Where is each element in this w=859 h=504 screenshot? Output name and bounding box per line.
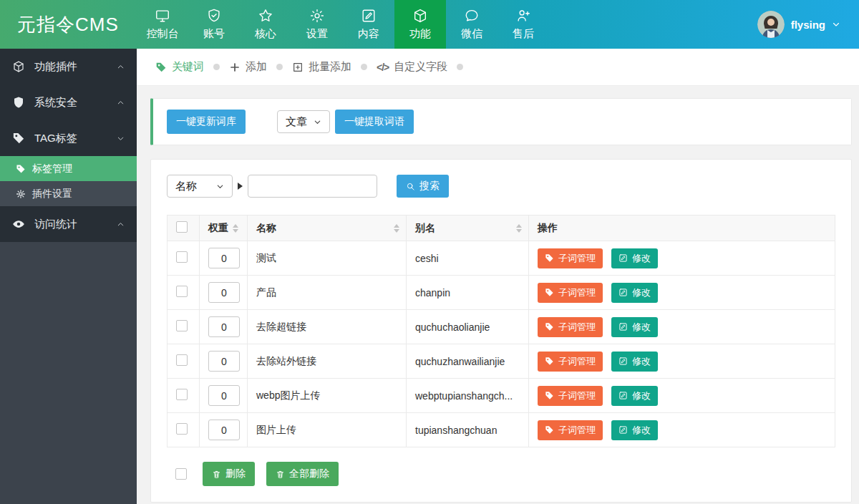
weight-input[interactable] (208, 282, 240, 303)
sort-icon[interactable] (516, 224, 522, 233)
collapse-arrow-icon[interactable] (238, 183, 243, 190)
weight-input[interactable] (208, 316, 240, 337)
tab-batch-add[interactable]: 批量添加 (292, 60, 351, 74)
sidebar-item-tags[interactable]: TAG标签 (0, 120, 137, 156)
table-row: 图片上传 tupianshangchuan 子词管理 (168, 413, 835, 447)
search-button[interactable]: 搜索 (397, 175, 449, 198)
header-label: 名称 (256, 222, 276, 233)
row-alias-cell: quchuzhanwailianjie (407, 344, 529, 379)
sidebar-submenu-tags: 标签管理 插件设置 (0, 156, 137, 206)
header-checkbox-cell (168, 215, 200, 241)
row-checkbox[interactable] (176, 286, 188, 297)
edit-button[interactable]: 修改 (611, 352, 658, 372)
row-weight-cell (200, 379, 248, 413)
sort-icon[interactable] (233, 224, 238, 233)
nav-item-wechat[interactable]: 微信 (446, 0, 498, 49)
delete-all-button[interactable]: 全部删除 (266, 462, 339, 486)
edit-button[interactable]: 修改 (611, 283, 658, 303)
shield-check-icon (206, 8, 222, 24)
sidebar-item-security[interactable]: 系统安全 (0, 84, 137, 120)
edit-button[interactable]: 修改 (611, 420, 658, 440)
keywords-card: 名称 搜索 (150, 159, 852, 503)
header-label: 权重 (208, 222, 228, 235)
row-actions-cell: 子词管理 修改 (529, 241, 835, 276)
update-wordbank-button[interactable]: 一键更新词库 (167, 110, 246, 134)
subword-manage-button[interactable]: 子词管理 (538, 352, 603, 372)
sidebar: 功能插件 系统安全 TAG标签 (0, 49, 137, 504)
tab-add[interactable]: 添加 (229, 60, 267, 74)
chevron-up-icon (117, 99, 125, 107)
row-weight-cell (200, 241, 248, 276)
subword-manage-button[interactable]: 子词管理 (538, 317, 603, 337)
nav-item-settings[interactable]: 设置 (291, 0, 343, 49)
header-label: 别名 (415, 222, 435, 233)
row-checkbox[interactable] (176, 320, 188, 331)
sidebar-subitem-tag-manage[interactable]: 标签管理 (0, 156, 137, 181)
weight-input[interactable] (208, 248, 240, 268)
chevron-down-icon (216, 183, 224, 190)
sidebar-subitem-label: 标签管理 (32, 163, 72, 175)
edit-button[interactable]: 修改 (611, 317, 658, 337)
plus-icon (229, 62, 241, 73)
edit-button[interactable]: 修改 (611, 248, 658, 268)
delete-button[interactable]: 删除 (203, 462, 255, 486)
weight-input[interactable] (208, 351, 240, 372)
tab-custom-fields[interactable]: </> 自定义字段 (377, 60, 447, 74)
search-input[interactable] (248, 175, 377, 198)
sidebar-subitem-plugin-settings[interactable]: 插件设置 (0, 181, 137, 206)
chevron-up-icon (117, 220, 125, 228)
nav-item-console[interactable]: 控制台 (137, 0, 188, 49)
tab-label: 关键词 (172, 60, 204, 74)
nav-item-aftersale[interactable]: 售后 (498, 0, 549, 49)
edit-square-icon (618, 357, 628, 366)
nav-item-features[interactable]: 功能 (394, 0, 446, 49)
row-checkbox[interactable] (176, 354, 188, 366)
content-type-select[interactable]: 文章 (277, 110, 330, 133)
main-content: 关键词 添加 批量添加 </> 自定义字段 (137, 49, 859, 504)
weight-input[interactable] (208, 385, 240, 406)
search-button-label: 搜索 (419, 180, 440, 193)
subword-manage-button[interactable]: 子词管理 (538, 420, 603, 440)
nav-label: 售后 (513, 27, 534, 41)
sort-icon[interactable] (394, 224, 399, 233)
nav-label: 控制台 (147, 27, 179, 41)
nav-label: 内容 (358, 27, 379, 41)
header-name: 名称 (248, 215, 407, 241)
extract-words-button[interactable]: 一键提取词语 (335, 110, 414, 134)
sidebar-item-statistics[interactable]: 访问统计 (0, 206, 137, 242)
table-body: 测试 ceshi 子词管理 (168, 241, 835, 447)
subword-manage-button[interactable]: 子词管理 (538, 386, 603, 406)
weight-input[interactable] (208, 420, 240, 440)
footer-select-all-checkbox[interactable] (175, 468, 187, 480)
subword-manage-button[interactable]: 子词管理 (538, 248, 603, 268)
filter-row: 名称 搜索 (167, 175, 835, 198)
nav-item-core[interactable]: 核心 (240, 0, 291, 49)
row-checkbox[interactable] (176, 251, 188, 263)
nav-item-content[interactable]: 内容 (343, 0, 394, 49)
button-label: 修改 (632, 389, 651, 402)
subword-manage-button[interactable]: 子词管理 (538, 283, 603, 303)
tag-icon (12, 132, 25, 145)
tab-keywords[interactable]: 关键词 (155, 60, 204, 74)
sidebar-item-label: TAG标签 (34, 132, 77, 145)
sidebar-item-plugins[interactable]: 功能插件 (0, 49, 137, 84)
nav-item-account[interactable]: 账号 (188, 0, 240, 49)
button-label: 全部删除 (289, 467, 329, 480)
monitor-icon (155, 8, 170, 24)
row-checkbox-cell (168, 241, 200, 276)
row-checkbox[interactable] (176, 389, 188, 400)
header-label: 操作 (538, 222, 558, 233)
chevron-down-icon (314, 118, 321, 126)
search-icon (406, 182, 415, 191)
select-all-checkbox[interactable] (176, 221, 188, 233)
nav-label: 功能 (409, 27, 431, 41)
edit-button[interactable]: 修改 (611, 386, 658, 406)
search-field-select[interactable]: 名称 (167, 175, 233, 198)
row-checkbox[interactable] (176, 423, 188, 435)
table-row: 去除超链接 quchuchaolianjie 子词管理 (168, 310, 835, 344)
eye-icon (12, 218, 25, 231)
user-menu[interactable]: flysing (757, 0, 859, 49)
row-weight-cell (200, 344, 248, 379)
tab-label: 自定义字段 (394, 60, 447, 74)
row-actions-cell: 子词管理 修改 (529, 379, 835, 413)
